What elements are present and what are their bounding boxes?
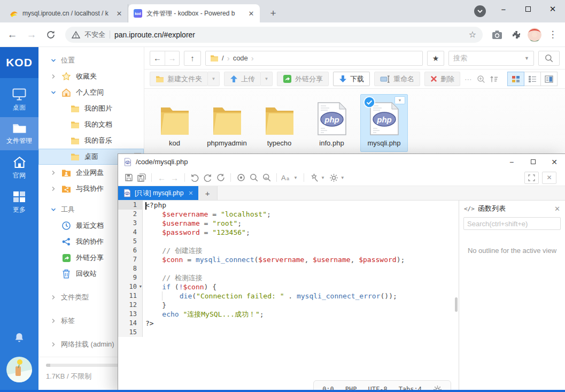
back-button[interactable]: ← <box>4 29 20 41</box>
bookmark-star-icon[interactable]: ☆ <box>469 29 476 40</box>
sidebar-item[interactable]: 文件管理 <box>0 117 38 150</box>
theme-button[interactable] <box>308 172 320 184</box>
code-line[interactable]: 10▼ if (!$conn) { <box>118 282 459 291</box>
editor-new-tab-button[interactable]: + <box>198 186 218 200</box>
code-line[interactable]: 11 die("Connection failed: " . mysqli_co… <box>118 291 459 301</box>
code-line[interactable]: 15 <box>118 328 459 337</box>
tree-item[interactable]: 收藏夹 <box>38 68 144 84</box>
replace-button[interactable] <box>260 172 273 184</box>
window-close-button[interactable]: ✕ <box>540 0 565 18</box>
refresh-button[interactable] <box>214 172 227 184</box>
code-line[interactable]: 5 <box>118 237 459 246</box>
notifications-button[interactable] <box>0 332 38 343</box>
caret-down-icon[interactable]: ▼ <box>293 175 298 180</box>
browser-tab-phpmyadmin[interactable]: mysql.iproute.cn / localhost / k ✕ <box>4 4 128 22</box>
sidebar-item[interactable]: 更多 <box>0 185 38 219</box>
editor-close-button[interactable]: ✕ <box>544 154 565 170</box>
code-line[interactable]: 7 $conn = mysqli_connect($servername, $u… <box>118 255 459 264</box>
code-line[interactable]: 4 $password = "123456"; <box>118 228 459 237</box>
browser-tab-kodbox[interactable]: kod 文件管理 - kodbox - Powered b ✕ <box>128 4 260 22</box>
extensions-button[interactable] <box>508 30 524 40</box>
tree-section-header[interactable]: 位置 <box>38 52 144 68</box>
sort-icon[interactable] <box>490 75 498 83</box>
save-button[interactable] <box>122 172 135 184</box>
code-line[interactable]: 12 } <box>118 301 459 310</box>
kodbox-logo[interactable]: KOD <box>0 47 38 78</box>
editor-back-button[interactable]: ← <box>156 172 168 184</box>
search-button[interactable] <box>538 51 560 66</box>
address-bar[interactable]: 不安全 pan.iproute.cn/#explorer ☆ <box>65 27 483 43</box>
toolbar-button[interactable]: 删除 <box>424 72 460 86</box>
user-avatar[interactable] <box>6 357 32 382</box>
view-grid-button[interactable] <box>507 72 524 86</box>
code-line[interactable]: 13 echo "连接MySQL...成功！"; <box>118 310 459 319</box>
tab-close-icon[interactable]: ✕ <box>115 10 123 18</box>
code-line[interactable]: 14?> <box>118 319 459 328</box>
close-icon[interactable]: ✕ <box>554 205 560 213</box>
file-item[interactable]: phpmyadmin <box>203 94 251 152</box>
up-folder-button[interactable]: ↑ <box>184 51 201 66</box>
code-scrollbar[interactable] <box>455 297 458 312</box>
download-button[interactable]: 下载 <box>333 72 370 86</box>
reload-button[interactable] <box>43 30 59 40</box>
new-tab-button[interactable]: + <box>266 6 280 20</box>
search-select[interactable]: 搜索 ▼ <box>448 51 534 66</box>
tree-item[interactable]: 个人空间 <box>38 84 144 101</box>
tree-item[interactable]: 我的图片 <box>38 101 144 117</box>
toolbar-button[interactable]: 上传 <box>224 72 261 86</box>
breadcrumb[interactable]: / › code › <box>205 51 423 66</box>
undo-button[interactable] <box>189 172 201 184</box>
code-line[interactable]: 3 $username = "root"; <box>118 219 459 228</box>
redo-button[interactable] <box>202 172 214 184</box>
goto-button[interactable] <box>235 172 247 184</box>
toolbar-button[interactable]: 外链分享 <box>277 72 329 86</box>
breadcrumb-folder[interactable]: code <box>233 54 248 62</box>
settings-button[interactable] <box>328 172 340 184</box>
forward-button[interactable]: → <box>24 29 40 41</box>
window-maximize-button[interactable] <box>516 0 540 18</box>
tab-close-icon[interactable]: ✕ <box>247 10 256 18</box>
file-item[interactable]: phpinfo.php <box>308 94 355 152</box>
view-list-button[interactable] <box>524 72 541 86</box>
code-line[interactable]: 2 $servername = "localhost"; <box>118 210 459 219</box>
favorite-button[interactable]: ★ <box>427 51 444 66</box>
code-line[interactable]: 1<?php <box>118 201 459 210</box>
editor-minimize-button[interactable]: − <box>501 154 522 170</box>
editor-maximize-button[interactable] <box>522 154 544 170</box>
profile-avatar[interactable] <box>528 28 541 42</box>
browser-menu-button[interactable]: ⋮ <box>545 29 561 40</box>
caret-down-icon[interactable]: ▼ <box>208 72 220 86</box>
file-menu-caret[interactable]: ▼ <box>394 96 405 104</box>
toolbar-button[interactable]: 新建文件夹 <box>150 72 208 86</box>
breadcrumb-root[interactable]: / <box>222 54 224 62</box>
function-search-input[interactable] <box>463 217 561 230</box>
editor-forward-button[interactable]: → <box>168 172 181 184</box>
screenshot-extension-button[interactable] <box>489 30 505 40</box>
file-item[interactable]: typecho <box>256 94 303 152</box>
tree-item[interactable]: 我的文档 <box>38 117 144 133</box>
history-back-button[interactable]: ← <box>150 51 165 65</box>
code-area[interactable]: 1<?php2 $servername = "localhost";3 $use… <box>118 201 459 391</box>
caret-down-icon[interactable]: ▼ <box>321 175 325 180</box>
window-minimize-button[interactable]: − <box>491 0 516 18</box>
editor-tab-active[interactable]: php [只读] mysqli.php ✕ <box>118 186 198 200</box>
fold-caret-icon[interactable]: ▼ <box>140 285 142 289</box>
history-forward-button[interactable]: → <box>165 51 179 65</box>
editor-toolbar-close-button[interactable]: ✕ <box>542 172 556 184</box>
zoom-icon[interactable] <box>477 75 485 83</box>
media-control-button[interactable] <box>474 5 486 17</box>
file-item[interactable]: phpmysqli.php▼ <box>360 94 408 152</box>
sidebar-item[interactable]: 官网 <box>0 150 38 185</box>
caret-down-icon[interactable]: ▼ <box>261 72 273 86</box>
font-button[interactable]: Aa <box>281 172 293 184</box>
file-item[interactable]: kod <box>151 94 198 152</box>
tree-item[interactable]: 我的音乐 <box>38 133 144 149</box>
tab-close-icon[interactable]: ✕ <box>188 190 193 197</box>
save-all-button[interactable] <box>135 172 148 184</box>
code-line[interactable]: 9 // 检测连接 <box>118 273 459 282</box>
caret-down-icon[interactable]: ▼ <box>340 175 345 180</box>
more-actions-icon[interactable]: ⋯ <box>465 75 473 83</box>
editor-titlebar[interactable]: php /code/mysqli.php − ✕ <box>118 154 565 170</box>
view-column-button[interactable] <box>540 72 558 86</box>
code-line[interactable]: 6 // 创建连接 <box>118 246 459 255</box>
